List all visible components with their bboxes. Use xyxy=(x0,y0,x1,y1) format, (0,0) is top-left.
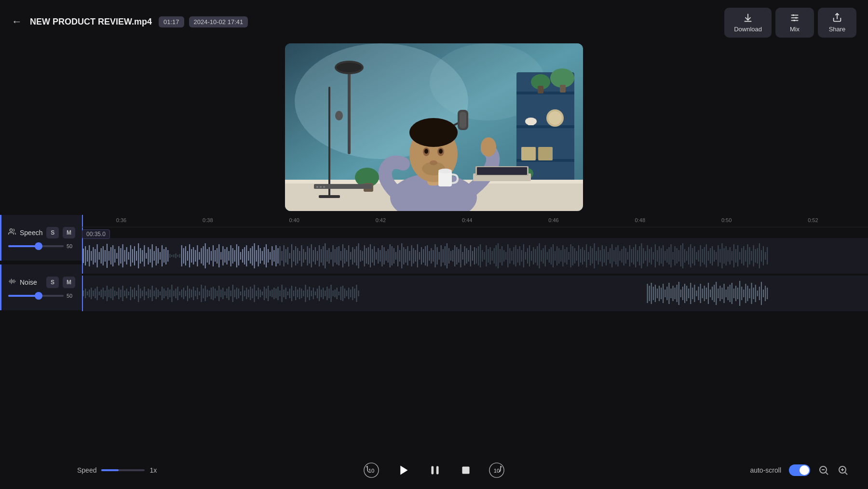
speech-mute-button[interactable]: M xyxy=(63,227,75,238)
svg-rect-402 xyxy=(735,249,736,263)
svg-rect-303 xyxy=(541,250,542,262)
svg-rect-178 xyxy=(295,246,296,265)
playhead-time-container: 00:35.0 xyxy=(82,227,868,238)
zoom-in-button[interactable] xyxy=(837,464,849,476)
svg-rect-522 xyxy=(285,288,286,299)
svg-point-36 xyxy=(337,63,362,72)
svg-rect-237 xyxy=(411,245,412,266)
svg-rect-140 xyxy=(220,252,221,260)
svg-rect-289 xyxy=(513,247,514,264)
video-placeholder xyxy=(285,43,583,211)
noise-mute-button[interactable]: M xyxy=(63,277,75,288)
svg-rect-304 xyxy=(543,248,544,264)
svg-rect-471 xyxy=(185,291,186,296)
pause-button[interactable] xyxy=(427,462,443,478)
noise-track-label: Noise S M 50 xyxy=(0,264,82,310)
svg-rect-331 xyxy=(596,251,597,261)
svg-rect-605 xyxy=(735,286,736,301)
svg-point-63 xyxy=(10,229,12,231)
noise-volume-slider[interactable] xyxy=(8,295,64,297)
svg-rect-355 xyxy=(643,248,644,264)
timeline-area: 0:36 0:38 0:40 0:42 0:44 0:46 0:48 0:50 … xyxy=(82,215,868,311)
svg-rect-594 xyxy=(714,285,715,302)
svg-rect-122 xyxy=(185,246,186,265)
noise-waveform-track[interactable] xyxy=(82,276,868,311)
svg-rect-511 xyxy=(264,287,265,300)
svg-rect-280 xyxy=(496,245,497,266)
share-button[interactable]: Share xyxy=(818,8,856,38)
svg-rect-258 xyxy=(452,250,453,262)
rewind-button[interactable]: 10 xyxy=(363,462,380,478)
svg-rect-563 xyxy=(653,287,654,300)
svg-rect-211 xyxy=(360,250,361,262)
svg-rect-490 xyxy=(222,288,223,299)
svg-rect-428 xyxy=(101,290,102,297)
svg-rect-438 xyxy=(120,290,121,297)
stop-button[interactable] xyxy=(458,462,474,478)
noise-name-row: Noise S M xyxy=(8,277,75,288)
svg-rect-274 xyxy=(484,252,485,260)
svg-rect-71 xyxy=(85,246,86,265)
svg-rect-512 xyxy=(266,289,267,298)
back-button[interactable]: ← xyxy=(12,15,22,28)
mix-button[interactable]: Mix xyxy=(775,8,814,38)
download-button[interactable]: Download xyxy=(724,8,772,38)
speech-volume-slider[interactable] xyxy=(8,245,64,247)
svg-rect-74 xyxy=(91,251,92,261)
svg-rect-134 xyxy=(209,247,210,264)
play-button[interactable] xyxy=(394,461,412,479)
svg-rect-98 xyxy=(138,243,139,268)
noise-icon xyxy=(8,278,16,287)
noise-solo-button[interactable]: S xyxy=(46,277,59,288)
ruler-label-046: 0:46 xyxy=(548,217,558,223)
svg-rect-142 xyxy=(224,249,225,263)
speech-waveform-track[interactable] xyxy=(82,238,868,274)
svg-rect-444 xyxy=(132,290,133,297)
svg-rect-405 xyxy=(741,248,742,264)
svg-rect-381 xyxy=(694,246,695,265)
svg-rect-119 xyxy=(179,254,180,258)
svg-rect-387 xyxy=(706,244,707,267)
svg-rect-597 xyxy=(719,286,720,301)
svg-rect-127 xyxy=(195,250,196,262)
svg-rect-248 xyxy=(433,250,434,262)
svg-rect-32 xyxy=(319,195,340,198)
noise-volume-row: 50 xyxy=(8,293,75,299)
svg-rect-448 xyxy=(140,289,141,298)
svg-rect-99 xyxy=(140,248,141,264)
svg-rect-569 xyxy=(665,290,665,297)
svg-rect-542 xyxy=(325,291,326,296)
svg-rect-361 xyxy=(655,244,656,267)
svg-rect-527 xyxy=(295,287,296,300)
speech-solo-button[interactable]: S xyxy=(46,227,59,238)
svg-rect-613 xyxy=(751,283,752,304)
svg-rect-432 xyxy=(108,290,109,297)
svg-rect-291 xyxy=(517,249,518,263)
svg-rect-443 xyxy=(130,287,131,300)
svg-rect-327 xyxy=(588,252,589,260)
svg-rect-332 xyxy=(598,247,599,264)
svg-rect-566 xyxy=(659,286,660,301)
svg-rect-205 xyxy=(348,245,349,266)
zoom-out-button[interactable] xyxy=(818,464,829,476)
svg-rect-321 xyxy=(576,251,577,261)
svg-rect-278 xyxy=(492,251,493,261)
svg-rect-251 xyxy=(439,252,440,260)
speech-track-label: Speech S M 50 xyxy=(0,215,82,261)
svg-rect-413 xyxy=(757,248,758,264)
svg-rect-253 xyxy=(443,249,444,263)
autoscroll-toggle[interactable] xyxy=(789,464,810,476)
forward-button[interactable]: 10 xyxy=(488,462,505,478)
svg-rect-543 xyxy=(326,287,327,300)
svg-rect-611 xyxy=(747,286,748,301)
svg-rect-14 xyxy=(516,92,574,94)
svg-rect-152 xyxy=(244,247,245,264)
speed-slider[interactable] xyxy=(101,469,145,471)
svg-rect-602 xyxy=(730,285,731,302)
svg-rect-380 xyxy=(692,248,693,264)
svg-rect-79 xyxy=(101,248,102,264)
svg-rect-247 xyxy=(431,248,432,264)
svg-rect-60 xyxy=(316,186,318,188)
svg-rect-229 xyxy=(395,252,396,260)
svg-text:10: 10 xyxy=(368,468,375,474)
